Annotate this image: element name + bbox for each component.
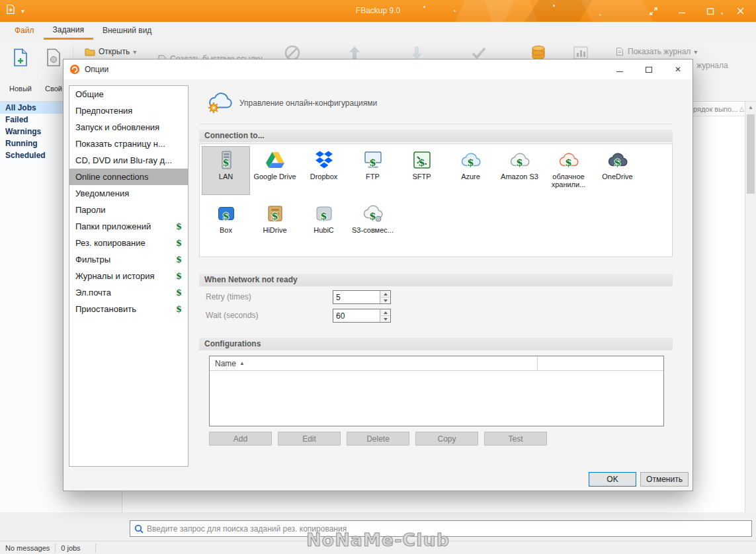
section-connection-to: Connection to... bbox=[199, 130, 673, 142]
connection-amazon-s3[interactable]: $ Amazon S3 bbox=[496, 147, 543, 194]
dropbox-icon bbox=[314, 149, 335, 171]
custom-job-label: Свой bbox=[45, 85, 62, 93]
fbackup-main-window: FBackup 9.0 Файл Задания Внешний вид Нов… bbox=[0, 0, 756, 554]
retry-times-input[interactable] bbox=[333, 291, 380, 303]
wait-decrement-icon[interactable] bbox=[380, 315, 390, 322]
paid-feature-icon: $ bbox=[176, 301, 182, 317]
status-jobs-count: 0 jobs bbox=[56, 544, 95, 552]
test-button[interactable]: Test bbox=[484, 432, 547, 446]
maximize-button[interactable] bbox=[696, 0, 724, 22]
close-button[interactable] bbox=[724, 0, 756, 22]
dialog-close-button[interactable] bbox=[663, 59, 693, 79]
connection-box[interactable]: $ Box bbox=[202, 200, 249, 248]
connection-lan[interactable]: $ LAN bbox=[202, 147, 249, 194]
paid-feature-icon: $ bbox=[176, 218, 182, 235]
options-category-list: Общие Предпочтения Запуск и обновления П… bbox=[69, 85, 189, 467]
category-logs-history[interactable]: Журналы и история$ bbox=[69, 268, 188, 284]
retry-times-stepper[interactable] bbox=[333, 290, 391, 304]
s3-compatible-icon: $ bbox=[362, 203, 384, 224]
copy-button[interactable]: Copy bbox=[415, 432, 478, 446]
category-pause[interactable]: Приостановить$ bbox=[69, 301, 188, 317]
category-notifications[interactable]: Уведомления bbox=[69, 185, 188, 202]
category-app-folders[interactable]: Папки приложений$ bbox=[69, 218, 188, 235]
status-bar: No messages 0 jobs bbox=[0, 541, 756, 554]
fbackup-logo-icon bbox=[69, 64, 80, 75]
category-show-page[interactable]: Показать страницу н... bbox=[69, 136, 188, 152]
retry-decrement-icon[interactable] bbox=[380, 297, 390, 303]
connection-cloud-storage[interactable]: $ облачное хранили... bbox=[545, 147, 592, 194]
connection-google-drive[interactable]: Google Drive bbox=[251, 147, 298, 194]
sort-ascending-icon bbox=[739, 106, 744, 112]
job-search-box[interactable] bbox=[130, 520, 752, 537]
search-icon bbox=[134, 524, 144, 534]
wait-seconds-input[interactable] bbox=[333, 309, 380, 322]
folder-icon bbox=[85, 47, 95, 56]
connection-hubic[interactable]: $ HubiC bbox=[300, 200, 347, 248]
connection-hidrive[interactable]: $ HiDrive bbox=[251, 200, 298, 248]
window-controls bbox=[639, 0, 756, 22]
open-button[interactable]: Открыть bbox=[85, 46, 136, 57]
wait-seconds-label: Wait (seconds) bbox=[206, 311, 259, 320]
new-job-button[interactable]: Новый bbox=[4, 42, 37, 98]
tab-jobs[interactable]: Задания bbox=[44, 22, 93, 40]
name-column-header: Name bbox=[215, 359, 236, 368]
connection-onedrive[interactable]: $ OneDrive bbox=[594, 147, 641, 194]
paid-feature-icon: $ bbox=[176, 251, 182, 268]
tab-view[interactable]: Внешний вид bbox=[93, 22, 161, 40]
tab-file[interactable]: Файл bbox=[5, 22, 44, 40]
open-label: Открыть bbox=[99, 47, 130, 56]
scrollbar-up-icon[interactable] bbox=[745, 102, 756, 113]
wait-increment-icon[interactable] bbox=[380, 309, 390, 315]
column-divider[interactable] bbox=[537, 356, 538, 371]
hubic-icon: $ bbox=[314, 203, 335, 224]
header-divider bbox=[199, 124, 673, 124]
log-folder-partial-label: журнала bbox=[696, 61, 728, 70]
options-dialog: Опции Общие Предпочтения Запуск и обновл… bbox=[63, 59, 693, 491]
fullscreen-icon[interactable] bbox=[639, 0, 667, 22]
onedrive-cloud-icon: $ bbox=[607, 149, 628, 171]
new-document-icon bbox=[11, 48, 30, 67]
ok-button[interactable]: OK bbox=[589, 472, 636, 487]
wait-seconds-stepper[interactable] bbox=[333, 309, 391, 323]
connection-ftp[interactable]: $ FTP bbox=[349, 147, 396, 194]
category-cd-dvd-bluray[interactable]: CD, DVD или Blu-ray д... bbox=[69, 152, 188, 169]
scrollbar-thumb[interactable] bbox=[747, 114, 755, 194]
retry-times-label: Retry (times) bbox=[206, 292, 251, 301]
category-preferences[interactable]: Предпочтения bbox=[69, 102, 188, 119]
section-configurations: Configurations bbox=[199, 338, 673, 350]
cancel-button[interactable]: Отменить bbox=[640, 472, 689, 487]
category-passwords[interactable]: Пароли bbox=[69, 202, 188, 218]
dialog-minimize-button[interactable] bbox=[605, 59, 634, 79]
connection-azure[interactable]: $ Azure bbox=[447, 147, 494, 194]
show-log-button[interactable]: Показать журнал bbox=[615, 46, 697, 57]
minimize-button[interactable] bbox=[667, 0, 696, 22]
log-document-icon bbox=[615, 47, 624, 56]
retry-increment-icon[interactable] bbox=[380, 291, 390, 297]
dialog-titlebar: Опции bbox=[63, 59, 693, 79]
connection-sftp[interactable]: $ SFTP bbox=[398, 147, 445, 194]
category-backup[interactable]: Рез. копирование$ bbox=[69, 235, 188, 251]
category-email[interactable]: Эл.почта$ bbox=[69, 284, 188, 301]
vertical-scrollbar[interactable] bbox=[745, 102, 756, 512]
configurations-table: Name bbox=[209, 356, 664, 426]
add-button[interactable]: Add bbox=[209, 432, 272, 446]
edit-button[interactable]: Edit bbox=[278, 432, 341, 446]
paid-feature-icon: $ bbox=[176, 235, 182, 251]
cloud-storage-icon: $ bbox=[558, 149, 579, 171]
show-log-caret-icon bbox=[694, 48, 697, 56]
delete-button[interactable]: Delete bbox=[347, 432, 409, 446]
azure-cloud-icon: $ bbox=[460, 149, 482, 171]
amazon-s3-cloud-icon: $ bbox=[509, 149, 530, 171]
connection-s3-compatible[interactable]: $ S3-совмес... bbox=[349, 200, 396, 248]
show-log-label: Показать журнал bbox=[628, 47, 691, 56]
search-input[interactable] bbox=[147, 524, 747, 534]
configurations-table-header[interactable]: Name bbox=[210, 356, 663, 371]
category-online-connections[interactable]: Online connections bbox=[69, 169, 188, 185]
cloud-settings-icon bbox=[206, 90, 235, 116]
category-general[interactable]: Общие bbox=[69, 86, 188, 102]
titlebar: FBackup 9.0 bbox=[0, 0, 756, 22]
connection-dropbox[interactable]: Dropbox bbox=[300, 147, 347, 194]
dialog-maximize-button[interactable] bbox=[634, 59, 663, 79]
category-startup-updates[interactable]: Запуск и обновления bbox=[69, 119, 188, 136]
category-filters[interactable]: Фильтры$ bbox=[69, 251, 188, 268]
